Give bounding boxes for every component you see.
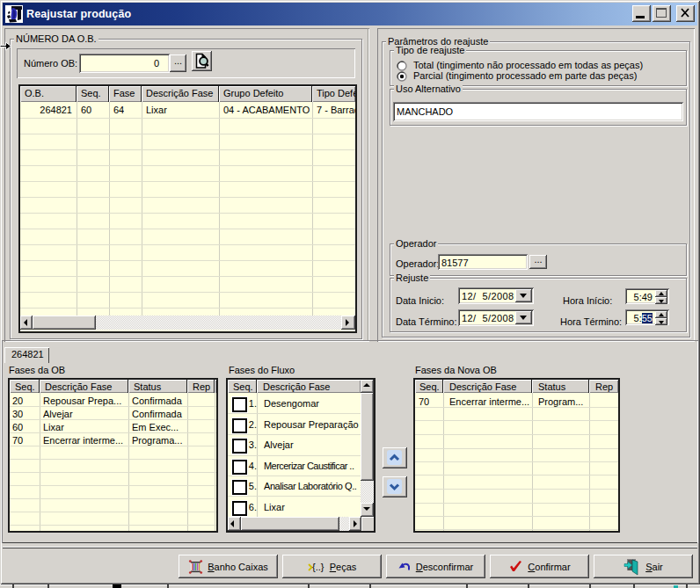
svg-text:{..}: {..} — [312, 562, 324, 572]
